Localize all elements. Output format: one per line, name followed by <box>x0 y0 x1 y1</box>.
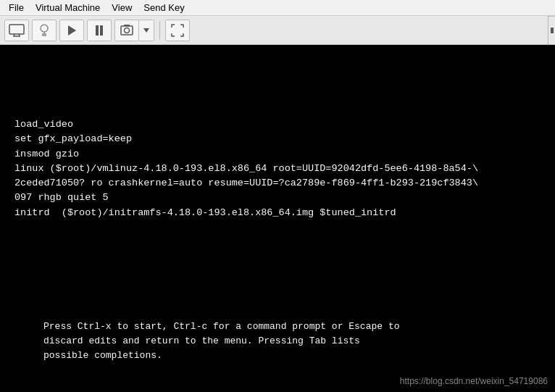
fullscreen-icon <box>171 24 184 37</box>
terminal-output: load_video set gfx_payload=keep insmod g… <box>0 117 555 220</box>
snapshot-button[interactable] <box>114 20 139 41</box>
toolbar <box>0 16 555 45</box>
svg-rect-9 <box>96 25 99 36</box>
svg-marker-8 <box>68 25 76 36</box>
monitor-icon <box>9 24 25 37</box>
svg-rect-10 <box>100 25 103 36</box>
monitor-button[interactable] <box>4 20 29 41</box>
play-icon <box>67 25 77 36</box>
partial-icon <box>550 26 554 35</box>
svg-marker-14 <box>143 28 149 33</box>
terminal-line: 2ceded71050? ro crashkernel=auto resume=… <box>14 178 478 188</box>
right-partial-button[interactable] <box>548 16 555 45</box>
svg-point-4 <box>41 25 48 32</box>
svg-rect-15 <box>551 28 554 33</box>
play-button[interactable] <box>59 20 84 41</box>
menu-view[interactable]: View <box>106 1 138 14</box>
terminal-line: initrd ($root)/initramfs-4.18.0-193.el8.… <box>14 207 396 218</box>
help-text: Press Ctrl-x to start, Ctrl-c for a comm… <box>0 320 555 363</box>
pause-icon <box>94 25 104 36</box>
chevron-down-icon <box>143 28 150 33</box>
terminal-line: insmod gzio <box>14 149 79 159</box>
svg-point-12 <box>125 28 130 33</box>
lightbulb-icon <box>38 22 51 38</box>
terminal-line: load_video <box>14 119 73 130</box>
vm-screen[interactable]: load_video set gfx_payload=keep insmod g… <box>0 45 555 392</box>
terminal-line: 097 rhgb quiet 5 <box>14 192 109 203</box>
pause-button[interactable] <box>87 20 112 41</box>
svg-rect-0 <box>9 25 24 34</box>
terminal-line: set gfx_payload=keep <box>14 133 132 144</box>
snapshot-icon <box>120 24 133 37</box>
toolbar-separator <box>159 21 160 40</box>
menubar: File Virtual Machine View Send Key <box>0 0 555 16</box>
menu-file[interactable]: File <box>3 1 30 14</box>
terminal-line: linux ($root)/vmlinuz-4.18.0-193.el8.x86… <box>14 163 478 174</box>
watermark: https://blog.csdn.net/weixin_54719086 <box>400 376 548 386</box>
fullscreen-button[interactable] <box>165 20 190 41</box>
snapshot-dropdown[interactable] <box>138 20 154 41</box>
menu-send-key[interactable]: Send Key <box>138 1 190 14</box>
svg-rect-13 <box>124 25 130 26</box>
lightbulb-button[interactable] <box>32 20 57 41</box>
menu-virtual-machine[interactable]: Virtual Machine <box>30 1 106 14</box>
